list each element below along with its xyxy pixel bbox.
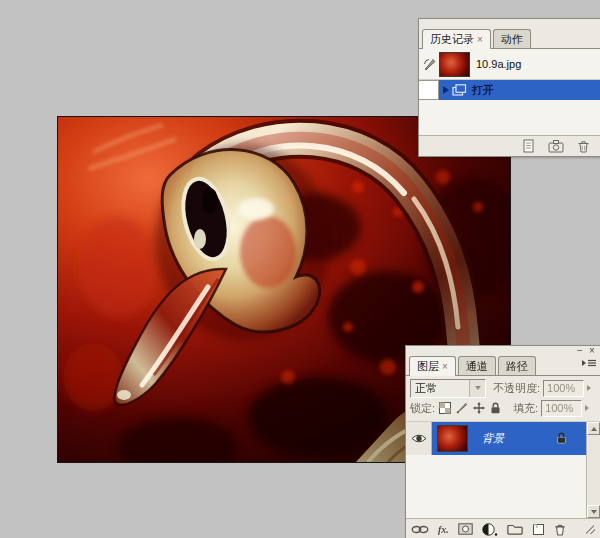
layer-list: 背景 [406, 422, 600, 518]
delete-state-icon[interactable] [577, 139, 590, 153]
blend-mode-select[interactable]: 正常 [410, 379, 486, 398]
layers-titlebar[interactable]: − × [406, 346, 600, 356]
add-layer-mask-icon[interactable] [458, 523, 473, 535]
panel-menu-icon[interactable] [581, 354, 597, 372]
layer-name: 背景 [482, 431, 504, 446]
layers-tabs: 图层× 通道 路径 [406, 356, 600, 376]
tab-paths-label: 路径 [506, 360, 528, 372]
tab-history[interactable]: 历史记录× [422, 29, 491, 49]
history-titlebar[interactable] [419, 19, 600, 29]
history-footer [419, 135, 600, 156]
lock-buttons [439, 402, 501, 414]
lock-label: 锁定: [410, 401, 435, 416]
tab-channels[interactable]: 通道 [458, 356, 496, 375]
layer-thumbnail[interactable] [437, 425, 468, 452]
lock-all-icon[interactable] [490, 402, 501, 414]
visibility-cell[interactable] [406, 422, 432, 455]
lock-transparency-icon[interactable] [439, 402, 451, 414]
history-source-checkbox[interactable] [419, 80, 439, 100]
new-group-icon[interactable] [507, 523, 523, 535]
opacity-arrow-icon[interactable] [587, 385, 591, 391]
history-tabs: 历史记录× 动作 [419, 29, 600, 49]
scroll-up-icon[interactable] [587, 422, 600, 435]
tab-close-icon[interactable]: × [442, 361, 448, 372]
state-triangle-icon [443, 86, 449, 94]
history-empty-area [419, 100, 600, 135]
snapshot-thumbnail[interactable] [439, 52, 470, 77]
opacity-field[interactable]: 100% [543, 380, 584, 397]
layers-footer: fx. [406, 518, 600, 538]
tab-actions[interactable]: 动作 [493, 29, 531, 48]
eye-icon [411, 433, 427, 444]
new-adjustment-layer-icon[interactable] [482, 523, 498, 536]
layers-palette: − × 图层× 通道 路径 正常 不透明度: 100% 锁定: [405, 345, 600, 538]
new-document-from-state-icon[interactable] [522, 139, 535, 153]
scroll-down-icon[interactable] [587, 505, 600, 518]
history-brush-source-icon[interactable] [419, 58, 439, 71]
layer-style-icon[interactable]: fx. [438, 524, 449, 535]
layer-controls: 正常 不透明度: 100% 锁定: [406, 376, 600, 422]
tab-close-icon[interactable]: × [477, 34, 483, 45]
blend-mode-value: 正常 [411, 381, 437, 396]
lock-paint-icon[interactable] [456, 402, 468, 414]
open-state-icon [452, 84, 467, 96]
tab-history-label: 历史记录 [430, 33, 474, 45]
tab-layers-label: 图层 [417, 360, 439, 372]
layer-locked-icon [556, 430, 567, 448]
resize-grip[interactable] [586, 525, 595, 534]
history-state-name: 打开 [472, 83, 494, 98]
photoshop-workspace: 历史记录× 动作 10.9a.jpg 打开 [0, 0, 600, 538]
tab-paths[interactable]: 路径 [498, 356, 536, 375]
layer-selected-area[interactable]: 背景 [432, 422, 586, 455]
new-snapshot-icon[interactable] [548, 139, 564, 153]
history-state-row[interactable]: 打开 [419, 80, 600, 100]
new-layer-icon[interactable] [532, 523, 545, 536]
opacity-label: 不透明度: [493, 381, 540, 396]
layer-row-background[interactable]: 背景 [406, 422, 586, 455]
link-layers-icon[interactable] [411, 524, 429, 535]
fill-label: 填充: [513, 401, 538, 416]
delete-layer-icon[interactable] [554, 523, 566, 536]
lock-position-icon[interactable] [473, 402, 485, 414]
snapshot-name: 10.9a.jpg [476, 58, 521, 70]
tab-channels-label: 通道 [466, 360, 488, 372]
fill-field[interactable]: 100% [541, 400, 582, 417]
history-palette: 历史记录× 动作 10.9a.jpg 打开 [418, 18, 600, 157]
history-snapshot-row[interactable]: 10.9a.jpg [419, 49, 600, 80]
fill-arrow-icon[interactable] [585, 405, 589, 411]
tab-layers[interactable]: 图层× [409, 356, 456, 376]
layer-list-scrollbar[interactable] [586, 422, 600, 518]
tab-actions-label: 动作 [501, 33, 523, 45]
history-list: 10.9a.jpg 打开 [419, 49, 600, 135]
chevron-down-icon[interactable] [469, 380, 485, 397]
history-state-selected[interactable]: 打开 [439, 80, 600, 100]
